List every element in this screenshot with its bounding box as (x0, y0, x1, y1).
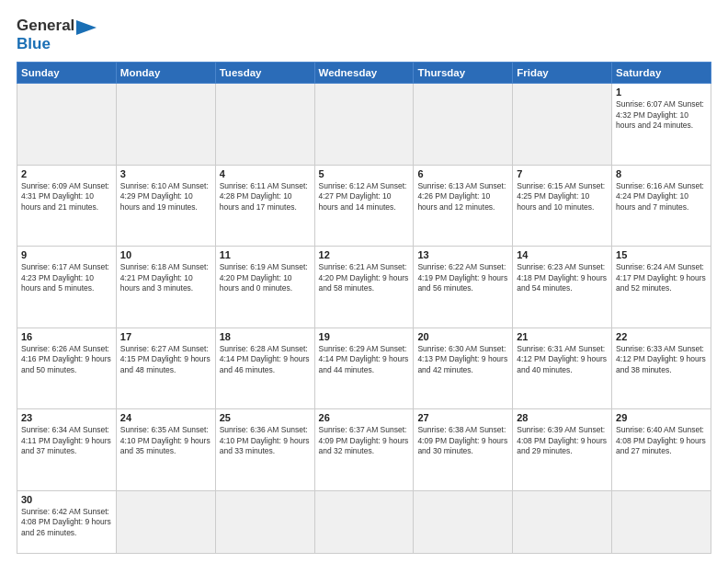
day-number: 8 (616, 168, 707, 179)
calendar-week-row: 30Sunrise: 6:42 AM Sunset: 4:08 PM Dayli… (17, 490, 711, 553)
calendar-day-cell: 15Sunrise: 6:24 AM Sunset: 4:17 PM Dayli… (612, 247, 711, 328)
day-info: Sunrise: 6:19 AM Sunset: 4:20 PM Dayligh… (220, 262, 311, 293)
calendar-day-cell: 24Sunrise: 6:35 AM Sunset: 4:10 PM Dayli… (116, 409, 215, 491)
calendar-day-cell (513, 84, 612, 166)
calendar-day-cell: 16Sunrise: 6:26 AM Sunset: 4:16 PM Dayli… (17, 327, 117, 409)
calendar-day-cell (116, 84, 215, 166)
calendar-day-cell: 30Sunrise: 6:42 AM Sunset: 4:08 PM Dayli… (17, 490, 117, 553)
logo-text-block: General Blue (17, 17, 74, 52)
calendar-day-cell (17, 84, 117, 166)
day-info: Sunrise: 6:35 AM Sunset: 4:10 PM Dayligh… (120, 425, 211, 456)
day-info: Sunrise: 6:15 AM Sunset: 4:25 PM Dayligh… (517, 181, 608, 213)
day-number: 13 (417, 249, 508, 260)
day-number: 3 (120, 168, 211, 179)
day-info: Sunrise: 6:33 AM Sunset: 4:12 PM Dayligh… (616, 344, 707, 375)
calendar-day-header: Sunday (17, 63, 117, 84)
calendar-day-cell: 11Sunrise: 6:19 AM Sunset: 4:20 PM Dayli… (215, 247, 314, 328)
day-info: Sunrise: 6:34 AM Sunset: 4:11 PM Dayligh… (21, 425, 112, 456)
day-info: Sunrise: 6:29 AM Sunset: 4:14 PM Dayligh… (319, 344, 410, 375)
page: General Blue SundayMondayTuesdayWednesda… (0, 0, 728, 563)
day-info: Sunrise: 6:40 AM Sunset: 4:08 PM Dayligh… (616, 425, 707, 456)
calendar-day-cell: 26Sunrise: 6:37 AM Sunset: 4:09 PM Dayli… (314, 409, 414, 491)
calendar-day-cell: 14Sunrise: 6:23 AM Sunset: 4:18 PM Dayli… (513, 247, 612, 328)
day-number: 28 (517, 412, 608, 423)
day-info: Sunrise: 6:16 AM Sunset: 4:24 PM Dayligh… (616, 181, 707, 213)
day-number: 12 (319, 249, 410, 260)
logo-flag-icon (76, 20, 97, 46)
calendar-day-header: Saturday (612, 63, 711, 84)
calendar-day-cell (314, 490, 414, 553)
day-number: 7 (517, 168, 608, 179)
calendar-week-row: 9Sunrise: 6:17 AM Sunset: 4:23 PM Daylig… (17, 247, 711, 328)
calendar-day-cell: 10Sunrise: 6:18 AM Sunset: 4:21 PM Dayli… (116, 247, 215, 328)
calendar-day-cell: 20Sunrise: 6:30 AM Sunset: 4:13 PM Dayli… (414, 327, 513, 409)
calendar-day-header: Wednesday (314, 63, 414, 84)
calendar-day-cell: 19Sunrise: 6:29 AM Sunset: 4:14 PM Dayli… (314, 327, 414, 409)
day-number: 27 (417, 412, 508, 423)
day-number: 30 (21, 494, 112, 505)
day-info: Sunrise: 6:37 AM Sunset: 4:09 PM Dayligh… (319, 425, 410, 456)
day-info: Sunrise: 6:13 AM Sunset: 4:26 PM Dayligh… (417, 181, 508, 213)
day-info: Sunrise: 6:11 AM Sunset: 4:28 PM Dayligh… (220, 181, 311, 213)
logo: General Blue (17, 17, 97, 52)
day-number: 2 (21, 168, 112, 179)
day-number: 15 (616, 249, 707, 260)
day-number: 26 (319, 412, 410, 423)
calendar-day-header: Monday (116, 63, 215, 84)
calendar-day-cell: 25Sunrise: 6:36 AM Sunset: 4:10 PM Dayli… (215, 409, 314, 491)
svg-marker-0 (76, 20, 97, 35)
calendar-day-cell (513, 490, 612, 553)
day-number: 6 (417, 168, 508, 179)
day-number: 9 (21, 249, 112, 260)
calendar-header-row: SundayMondayTuesdayWednesdayThursdayFrid… (17, 63, 711, 84)
calendar-day-cell: 27Sunrise: 6:38 AM Sunset: 4:09 PM Dayli… (414, 409, 513, 491)
day-info: Sunrise: 6:36 AM Sunset: 4:10 PM Dayligh… (220, 425, 311, 456)
calendar-week-row: 16Sunrise: 6:26 AM Sunset: 4:16 PM Dayli… (17, 327, 711, 409)
calendar-day-cell: 8Sunrise: 6:16 AM Sunset: 4:24 PM Daylig… (612, 165, 711, 247)
day-number: 4 (220, 168, 311, 179)
header: General Blue (17, 17, 711, 52)
day-number: 10 (120, 249, 211, 260)
day-number: 11 (220, 249, 311, 260)
calendar-week-row: 1Sunrise: 6:07 AM Sunset: 4:32 PM Daylig… (17, 84, 711, 166)
day-number: 16 (21, 331, 112, 342)
logo-blue-text: Blue (17, 35, 74, 53)
day-info: Sunrise: 6:26 AM Sunset: 4:16 PM Dayligh… (21, 344, 112, 375)
day-info: Sunrise: 6:31 AM Sunset: 4:12 PM Dayligh… (517, 344, 608, 375)
day-info: Sunrise: 6:09 AM Sunset: 4:31 PM Dayligh… (21, 181, 112, 213)
day-info: Sunrise: 6:24 AM Sunset: 4:17 PM Dayligh… (616, 262, 707, 293)
day-info: Sunrise: 6:30 AM Sunset: 4:13 PM Dayligh… (417, 344, 508, 375)
day-info: Sunrise: 6:38 AM Sunset: 4:09 PM Dayligh… (417, 425, 508, 456)
day-number: 21 (517, 331, 608, 342)
calendar-day-cell: 4Sunrise: 6:11 AM Sunset: 4:28 PM Daylig… (215, 165, 314, 247)
day-info: Sunrise: 6:10 AM Sunset: 4:29 PM Dayligh… (120, 181, 211, 213)
calendar-day-cell (215, 490, 314, 553)
day-number: 19 (319, 331, 410, 342)
day-info: Sunrise: 6:28 AM Sunset: 4:14 PM Dayligh… (220, 344, 311, 375)
calendar-day-cell (116, 490, 215, 553)
day-number: 18 (220, 331, 311, 342)
day-info: Sunrise: 6:12 AM Sunset: 4:27 PM Dayligh… (319, 181, 410, 213)
calendar-day-cell: 13Sunrise: 6:22 AM Sunset: 4:19 PM Dayli… (414, 247, 513, 328)
day-number: 24 (120, 412, 211, 423)
day-info: Sunrise: 6:27 AM Sunset: 4:15 PM Dayligh… (120, 344, 211, 375)
calendar-day-header: Thursday (414, 63, 513, 84)
calendar-day-cell: 29Sunrise: 6:40 AM Sunset: 4:08 PM Dayli… (612, 409, 711, 491)
calendar-day-cell: 18Sunrise: 6:28 AM Sunset: 4:14 PM Dayli… (215, 327, 314, 409)
day-number: 29 (616, 412, 707, 423)
logo-general-text: General (17, 17, 74, 35)
calendar-day-header: Tuesday (215, 63, 314, 84)
calendar-day-cell (314, 84, 414, 166)
day-info: Sunrise: 6:21 AM Sunset: 4:20 PM Dayligh… (319, 262, 410, 293)
day-number: 17 (120, 331, 211, 342)
day-number: 22 (616, 331, 707, 342)
day-number: 23 (21, 412, 112, 423)
calendar-day-cell (215, 84, 314, 166)
calendar-day-cell: 7Sunrise: 6:15 AM Sunset: 4:25 PM Daylig… (513, 165, 612, 247)
calendar-day-cell: 17Sunrise: 6:27 AM Sunset: 4:15 PM Dayli… (116, 327, 215, 409)
calendar-week-row: 23Sunrise: 6:34 AM Sunset: 4:11 PM Dayli… (17, 409, 711, 491)
day-info: Sunrise: 6:17 AM Sunset: 4:23 PM Dayligh… (21, 262, 112, 293)
day-info: Sunrise: 6:23 AM Sunset: 4:18 PM Dayligh… (517, 262, 608, 293)
calendar-day-cell: 5Sunrise: 6:12 AM Sunset: 4:27 PM Daylig… (314, 165, 414, 247)
calendar-day-cell: 9Sunrise: 6:17 AM Sunset: 4:23 PM Daylig… (17, 247, 117, 328)
